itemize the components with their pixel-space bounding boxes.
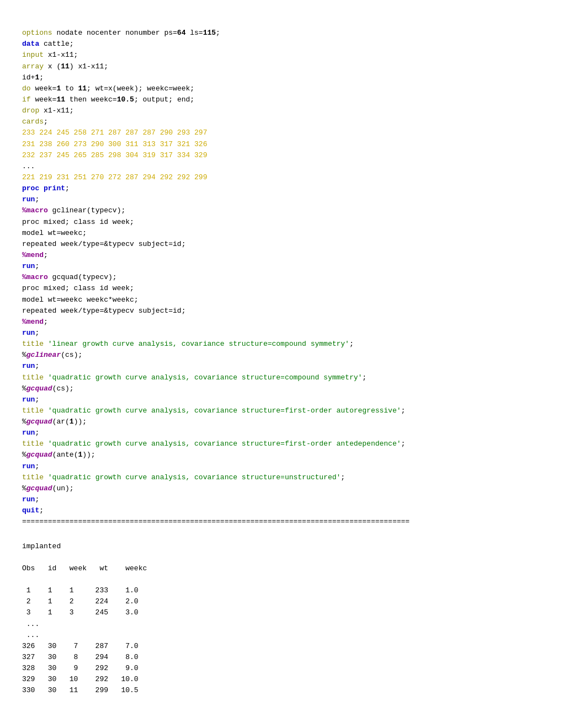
macro-mend-2: %mend	[22, 318, 44, 326]
keyword-cards: cards	[22, 117, 44, 126]
macro-gclinear-def: %macro	[22, 206, 48, 215]
output-row-1: 1 1 1 233 1.0	[22, 586, 139, 595]
keyword-do: do	[22, 84, 31, 93]
output-row-329: 329 30 10 292 10.0	[22, 675, 139, 683]
macro-gcquad-def: %macro	[22, 273, 48, 281]
macro-call-gcquad-un: gcquad	[26, 484, 52, 493]
output-row-327: 327 30 8 294 8.0	[22, 653, 139, 661]
output-header: Obs id week wt weekc	[22, 564, 147, 572]
macro-call-gcquad-cs: gcquad	[26, 384, 52, 393]
keyword-title-1: title	[22, 340, 44, 348]
output-row-2: 2 1 2 224 2.0	[22, 597, 139, 606]
keyword-run-2: run	[22, 262, 35, 270]
output-row-330: 330 30 11 299 10.5	[22, 686, 139, 694]
keyword-if: if	[22, 95, 31, 104]
output-title: implanted	[22, 542, 61, 550]
output-row-3: 3 1 3 245 3.0	[22, 608, 139, 617]
data-line-last: 221 219 231 251 270 272 287 294 292 292 …	[22, 173, 207, 181]
keyword-run-3: run	[22, 329, 35, 337]
data-line-2: 231 238 260 273 290 300 311 313 317 321 …	[22, 140, 207, 148]
macro-call-gclinear: gclinear	[26, 351, 61, 359]
code-editor: options nodate nocenter nonumber ps=64 l…	[22, 17, 541, 527]
keyword-run-6: run	[22, 429, 35, 437]
output-ellipsis-1: ...	[22, 620, 39, 628]
output-row-326: 326 30 7 287 7.0	[22, 642, 139, 650]
keyword-run-7: run	[22, 462, 35, 470]
keyword-run-5: run	[22, 395, 35, 404]
keyword-title-3: title	[22, 406, 44, 415]
keyword-title-5: title	[22, 473, 44, 481]
keyword-title-4: title	[22, 440, 44, 448]
data-line-3: 232 237 245 265 285 298 304 319 317 334 …	[22, 151, 207, 159]
keyword-drop: drop	[22, 106, 39, 115]
output-section: implanted Obs id week wt weekc 1 1 1 233…	[22, 529, 541, 707]
keyword-options: options	[22, 29, 52, 37]
keyword-quit: quit	[22, 506, 39, 515]
keyword-run-1: run	[22, 195, 35, 204]
keyword-run-4: run	[22, 362, 35, 370]
data-line-1: 233 224 245 258 271 287 287 287 290 293 …	[22, 129, 207, 137]
keyword-array: array	[22, 62, 44, 71]
keyword-input: input	[22, 51, 44, 59]
output-row-328: 328 30 9 292 9.0	[22, 664, 139, 672]
keyword-title-2: title	[22, 373, 44, 382]
keyword-data: data	[22, 40, 39, 48]
macro-call-gcquad-ar: gcquad	[26, 417, 52, 426]
keyword-run-8: run	[22, 495, 35, 504]
macro-mend-1: %mend	[22, 251, 44, 259]
macro-call-gcquad-ante: gcquad	[26, 451, 52, 459]
output-ellipsis-2: ...	[22, 631, 39, 639]
divider-line: ========================================…	[22, 517, 410, 526]
keyword-proc-print: proc print	[22, 184, 65, 192]
